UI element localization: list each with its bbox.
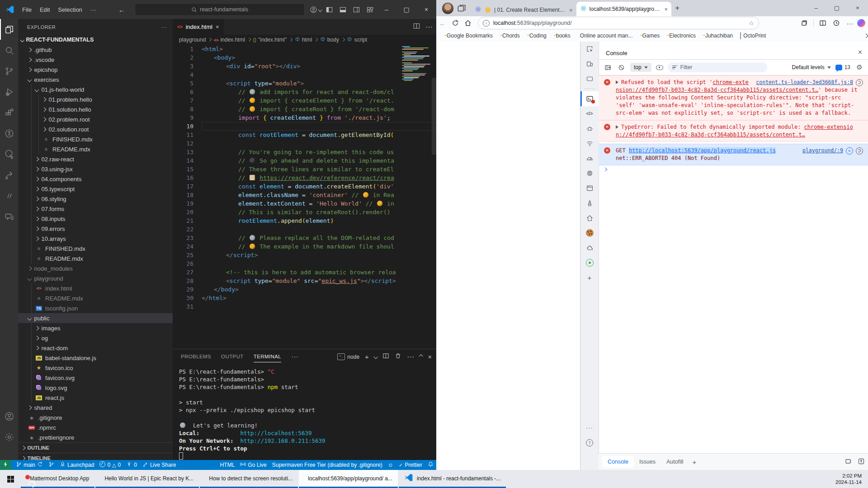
tree-item-node-modules[interactable]: node_modules — [18, 263, 173, 273]
tree-item-finished-mdx[interactable]: ≡FINISHED.mdx — [18, 134, 173, 144]
activity-live-share-icon[interactable] — [0, 123, 18, 144]
new-tab-button[interactable]: + — [671, 2, 683, 14]
expand-triangle-icon[interactable] — [616, 125, 618, 129]
status-prettier[interactable]: ✓Prettier — [396, 460, 425, 470]
tree-item-og[interactable]: og — [18, 333, 173, 343]
tab-index-html[interactable]: <> index.html × — [173, 19, 224, 35]
devtools-extensions-icon[interactable] — [580, 240, 599, 255]
status-launchpad[interactable]: Launchpad — [57, 460, 97, 470]
tree-item-02-raw-react[interactable]: 02.raw-react — [18, 154, 173, 164]
breadcrumb-html[interactable]: html — [295, 37, 312, 43]
source-link[interactable]: content.ts-loader-3ed3668f.js:8 — [756, 79, 853, 86]
console-settings-icon[interactable]: ⚙ — [855, 63, 864, 72]
browser-close-button[interactable]: × — [847, 0, 868, 15]
panel-more-icon[interactable]: ··· — [291, 353, 298, 361]
feedback-icon[interactable] — [858, 458, 865, 466]
devtools-more-tools-icon[interactable]: + — [580, 270, 599, 285]
tab-close-icon[interactable]: × — [665, 6, 668, 13]
tree-item-03-using-jsx[interactable]: 03.using-jsx — [18, 164, 173, 174]
kill-terminal-icon[interactable] — [395, 352, 401, 361]
tree-item-tsconfig-json[interactable]: TStsconfig.json — [18, 303, 173, 313]
drawer-tab-issues[interactable]: Issues — [634, 456, 661, 468]
breadcrumb-playground[interactable]: playground — [179, 37, 206, 43]
tree-item-readme-mdx[interactable]: ≡README.mdx — [18, 293, 173, 303]
taskbar-app-edge[interactable]: localhost:5639/app/playground/ a... — [299, 470, 398, 488]
taskbar-app-mattermost[interactable]: Mattermost Desktop App — [21, 470, 94, 488]
bookmark-electronics[interactable]: Electronics — [663, 33, 699, 39]
taskbar-app-edge[interactable]: How to detect the screen resoluti... — [200, 470, 298, 488]
workspaces-icon[interactable] — [457, 3, 467, 13]
tree-item-10-arrays[interactable]: 10.arrays — [18, 234, 173, 244]
section-outline[interactable]: OUTLINE — [18, 442, 173, 453]
console-prompt[interactable] — [599, 165, 868, 174]
taskbar-clock[interactable]: 2:02 PM 2024-11-14 — [835, 470, 868, 488]
activity-extensions-icon[interactable] — [0, 102, 18, 123]
browser-tab-2[interactable]: localhost:5639/app/playground/× — [576, 2, 672, 16]
explorer-root-folder[interactable]: REACT-FUNDAMENTALS — [18, 35, 173, 45]
terminal-more-icon[interactable]: ··· — [407, 353, 414, 361]
console-error-message[interactable]: ✕TypeError: Failed to fetch dynamically … — [599, 120, 868, 142]
tree-item--prettierignore[interactable]: ◈.prettierignore — [18, 432, 173, 442]
tree-item-shared[interactable]: shared — [18, 403, 173, 413]
new-terminal-icon[interactable]: + — [365, 353, 369, 361]
console-network-error[interactable]: ✕playground/:9⇅GET http://localhost:5639… — [599, 144, 868, 165]
code-editor[interactable]: 1<html>2<body>3<div id="root"></div>45<s… — [173, 45, 436, 349]
dock-side-icon[interactable] — [845, 458, 852, 466]
tree-item-01-problem-hello[interactable]: 01.problem.hello — [18, 94, 173, 104]
settings-gear-icon[interactable] — [0, 427, 18, 447]
browser-minimize-button[interactable]: – — [806, 0, 826, 15]
taskbar-app-vscode[interactable]: index.html - react-fundamentals -... — [399, 470, 506, 488]
devtools-surface-icon[interactable] — [580, 71, 599, 86]
copilot-explain-icon[interactable] — [856, 79, 863, 86]
terminal-dropdown-icon[interactable] — [373, 355, 377, 359]
status-0[interactable]: 0 — [123, 460, 140, 470]
status-lightning[interactable] — [0, 460, 11, 470]
drawer-tab-autofill[interactable]: Autofill — [661, 456, 689, 468]
panel-tab-terminal[interactable]: TERMINAL — [254, 351, 281, 362]
back-icon[interactable]: ← — [436, 17, 449, 29]
page-content[interactable] — [436, 42, 580, 470]
tab-close-icon[interactable]: × — [216, 23, 219, 30]
command-center-search[interactable]: react-fundamentals — [135, 3, 305, 16]
bookmarks-overflow-icon[interactable] — [863, 33, 868, 38]
activity-test-explorer-icon[interactable] — [0, 144, 18, 164]
bookmark-online-account-man-[interactable]: Online account man... — [574, 33, 637, 39]
menu-file[interactable]: File — [18, 5, 36, 15]
bookmark-octoprint[interactable]: OctoPrint — [736, 33, 769, 39]
panel-tab-output[interactable]: OUTPUT — [221, 351, 244, 362]
tree-item-babel-standalone-js[interactable]: JSbabel-standalone.js — [18, 353, 173, 363]
editor-more-actions-icon[interactable]: ··· — [425, 23, 433, 31]
tree-item--npmrc[interactable]: npm.npmrc — [18, 422, 173, 432]
activity-share-icon[interactable] — [0, 164, 18, 185]
copilot-icon[interactable] — [857, 19, 865, 27]
tree-item-react-js[interactable]: JSreact.js — [18, 393, 173, 403]
breadcrumb-indexhtml[interactable]: {}"index.html" — [253, 37, 287, 43]
tree-item-readme-mdx[interactable]: ≡README.mdx — [18, 253, 173, 263]
menu-[interactable]: ··· — [86, 5, 100, 15]
request-response-icon[interactable]: ⇅ — [846, 147, 853, 155]
status-branch[interactable] — [46, 460, 57, 470]
terminal-output[interactable]: PS E:\react-fundamentals> ^CPS E:\react-… — [173, 364, 436, 460]
tree-item--gitignore[interactable]: ◈.gitignore — [18, 413, 173, 422]
tree-item-08-inputs[interactable]: 08.inputs — [18, 214, 173, 224]
tree-item-playground[interactable]: playground — [18, 273, 173, 283]
status-0[interactable]: 0△0 — [97, 460, 123, 470]
tree-item-public[interactable]: public — [18, 313, 173, 323]
status-go-live[interactable]: Go Live — [237, 460, 269, 470]
vscode-minimize-button[interactable]: – — [377, 0, 396, 19]
status-live-share[interactable]: Live Share — [140, 460, 179, 470]
devtools-detached-elements-icon[interactable] — [580, 255, 599, 270]
home-icon[interactable] — [462, 17, 474, 29]
tab-close-icon[interactable]: × — [569, 7, 573, 14]
address-bar[interactable]: i localhost:5639/app/playground/ ☆ — [478, 17, 759, 29]
tree-item-epicshop[interactable]: epicshop — [18, 65, 173, 75]
tree-item-01-solution-hello[interactable]: 01.solution.hello — [18, 104, 173, 114]
favorites-star-icon[interactable]: ☆ — [749, 20, 754, 27]
tree-item-logo-svg[interactable]: logo.svg — [18, 383, 173, 393]
status-supermaven-free-tier-disabled-by-gitignore-[interactable]: Supermaven Free Tier (disabled by .gitig… — [269, 460, 385, 470]
toggle-sidebar-icon[interactable] — [322, 3, 336, 16]
tree-item-07-forms[interactable]: 07.forms — [18, 204, 173, 214]
devtools-memory-icon[interactable] — [580, 166, 599, 181]
tree-item-05-typescript[interactable]: 05.typescript — [18, 184, 173, 194]
bookmark-books[interactable]: books — [550, 33, 574, 39]
